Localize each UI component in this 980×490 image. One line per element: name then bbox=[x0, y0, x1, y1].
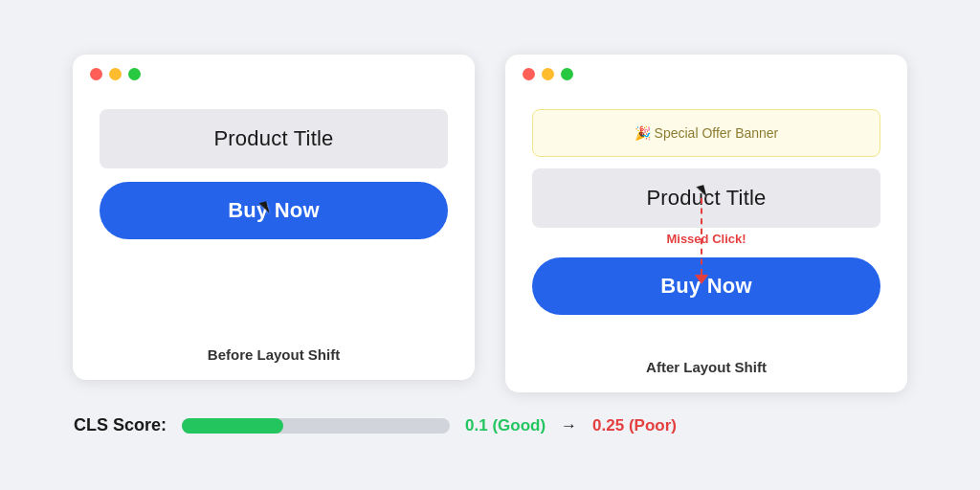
special-offer-banner: 🎉 Special Offer Banner bbox=[532, 109, 880, 157]
after-panel-titlebar bbox=[505, 55, 907, 90]
main-container: Product Title Buy Now Before Layout Shif… bbox=[0, 32, 980, 458]
dot-red-right bbox=[523, 68, 535, 80]
dot-green-right bbox=[561, 68, 573, 80]
panels-row: Product Title Buy Now Before Layout Shif… bbox=[38, 55, 942, 392]
cls-label: CLS Score: bbox=[74, 415, 167, 435]
before-panel-caption: Before Layout Shift bbox=[73, 337, 475, 380]
before-panel: Product Title Buy Now Before Layout Shif… bbox=[73, 55, 475, 380]
cls-bar-fill bbox=[182, 418, 283, 434]
cls-row: CLS Score: 0.1 (Good) → 0.25 (Poor) bbox=[74, 412, 906, 435]
buy-now-button-left[interactable]: Buy Now bbox=[100, 182, 448, 239]
before-panel-body: Product Title Buy Now bbox=[73, 90, 475, 337]
cls-arrow: → bbox=[561, 416, 577, 435]
after-panel-body: 🎉 Special Offer Banner Product Title Mis… bbox=[505, 90, 907, 349]
dot-yellow-right bbox=[542, 68, 554, 80]
after-panel-caption: After Layout Shift bbox=[505, 349, 907, 392]
cls-good-score: 0.1 (Good) bbox=[465, 416, 546, 435]
dot-yellow-left bbox=[109, 68, 122, 80]
buy-now-button-right[interactable]: Buy Now bbox=[532, 257, 880, 315]
before-panel-titlebar bbox=[73, 55, 475, 90]
after-panel: 🎉 Special Offer Banner Product Title Mis… bbox=[505, 55, 907, 392]
dot-red-left bbox=[90, 68, 102, 80]
missed-click-label: Missed Click! bbox=[666, 232, 746, 246]
dot-green-left bbox=[128, 68, 141, 80]
product-title-left: Product Title bbox=[100, 109, 448, 168]
product-title-right: Product Title bbox=[532, 168, 880, 228]
cls-bar-track bbox=[182, 418, 450, 434]
cls-poor-score: 0.25 (Poor) bbox=[592, 416, 677, 435]
